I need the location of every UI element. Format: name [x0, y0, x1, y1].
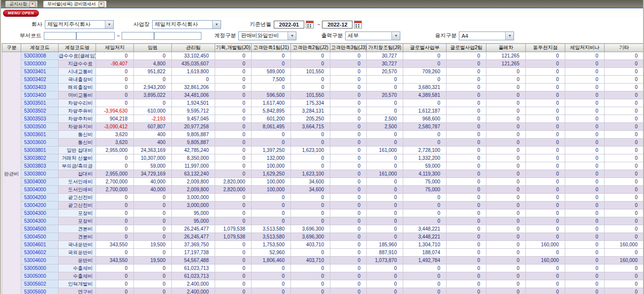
app-window: 공지사항 × 부서별(세목) 경비명세서 × MENU OPEN 회사 제일저지…: [0, 0, 644, 294]
expense-row[interactable]: 53004601국내운반비343,55019,50037,369,75001,7…: [2, 241, 644, 249]
period-to-input[interactable]: [322, 21, 353, 29]
column-header[interactable]: 제일저지: [96, 44, 134, 52]
expense-row[interactable]: 53004200광고선전비003,000,00000000000000: [2, 202, 644, 209]
account-name-cell: 포장비: [59, 217, 96, 225]
expense-row[interactable]: 53003402국내출장비00007,500000000000: [2, 76, 644, 84]
expense-row[interactable]: 53005600연구비002,400,00000000000000: [2, 288, 644, 294]
expense-row[interactable]: 53003601통신비3,6204009,805,88700000000000: [2, 131, 644, 139]
column-header[interactable]: 계정코드명: [59, 44, 96, 52]
dept-from-name-input[interactable]: [76, 32, 115, 40]
account-code-cell: 53003402: [21, 76, 59, 84]
account-class-select[interactable]: 판매비와일반비 ▼: [238, 31, 296, 40]
tab-notice[interactable]: 공지사항 ×: [5, 0, 38, 7]
company-select[interactable]: 제일저지주식회사 ▼: [45, 20, 114, 29]
expense-row[interactable]: 53003401시내교통비0951,8221,619,8000589,00010…: [2, 68, 644, 76]
value-cell: 0: [447, 194, 486, 202]
tab-expense-report[interactable]: 부서별(세목) 경비명세서 ×: [43, 0, 107, 7]
column-header[interactable]: 고객만족3팀(J3): [330, 44, 367, 52]
column-header[interactable]: 글로벌사업부: [403, 44, 447, 52]
column-header[interactable]: 동두천지점: [526, 44, 565, 52]
output-class-select[interactable]: 세부 ▼: [345, 31, 400, 40]
column-header[interactable]: 기획,개발팀(J0): [215, 44, 252, 52]
value-cell: 0: [367, 265, 403, 272]
expense-row[interactable]: 53003403해외출장비02,943,20032,861,206000003,…: [2, 84, 644, 91]
value-cell: 0: [215, 194, 252, 202]
filter-panel: 회사 제일저지주식회사 ▼ 사업장 제일저지주식회사 ▼ 기준년월 ~ 부서코드: [1, 18, 643, 43]
paper-class-select[interactable]: A4 ▼: [459, 31, 514, 40]
value-cell: 0: [486, 76, 526, 84]
calendar-icon[interactable]: [354, 21, 362, 29]
expense-row[interactable]: 53004500견본비0026,245,4771,079,5383,513,58…: [2, 225, 644, 233]
value-cell: 0: [447, 131, 486, 139]
expense-row[interactable]: 53004300포장비0095,00000000000000: [2, 217, 644, 225]
close-icon[interactable]: ×: [98, 1, 104, 7]
dept-to-code-input[interactable]: [122, 32, 154, 40]
expense-row[interactable]: 53003501차량수리비001,924,50101,617,400175,33…: [2, 99, 644, 107]
dept-from-code-input[interactable]: [44, 32, 76, 40]
value-cell: 0: [291, 76, 330, 84]
value-cell: 0: [447, 280, 486, 288]
calendar-icon[interactable]: [306, 21, 314, 29]
value-cell: 400: [134, 139, 172, 147]
value-cell: 0: [565, 52, 605, 60]
expense-row[interactable]: 53003400여비교통비03,895,02234,481,0060596,50…: [2, 91, 644, 99]
value-cell: 0: [565, 154, 605, 162]
expense-row[interactable]: 53003800접대비2,955,00034,729,16963,132,240…: [2, 170, 644, 178]
account-code-cell: 53003400: [21, 91, 59, 99]
expense-row[interactable]: 53003000지급수수료-90,4074,800435,035,6070000…: [2, 60, 644, 68]
expense-row[interactable]: 53004602국외운반비0017,197,738052,96000887,91…: [2, 249, 644, 257]
expense-row[interactable]: 53004600운반비343,55019,50054,567,48801,806…: [2, 257, 644, 265]
dept-to-name-input[interactable]: [154, 32, 201, 40]
value-cell: 3,696,300: [291, 225, 330, 233]
expense-row[interactable]: 53004000도서인쇄비2,700,00040,0002,009,8002,8…: [2, 178, 644, 186]
column-header[interactable]: 가치창조팀(J9): [367, 44, 403, 52]
column-header[interactable]: 구분: [2, 44, 21, 52]
column-header[interactable]: 관리팀: [172, 44, 215, 52]
expense-row[interactable]: 53005602인력개발비002,400,00000000000000: [2, 280, 644, 288]
close-icon[interactable]: ×: [30, 1, 35, 7]
value-cell: 0: [367, 154, 403, 162]
expense-row[interactable]: 53003801일반 접대비2,955,00024,363,16942,785,…: [2, 147, 644, 154]
account-code-cell: 53005602: [21, 280, 59, 288]
column-header[interactable]: 제일저지비나: [565, 44, 605, 52]
period-from-input[interactable]: [274, 21, 304, 29]
column-header[interactable]: 폴레차: [486, 44, 526, 52]
column-header[interactable]: 고객만족1팀(J1): [252, 44, 291, 52]
expense-row[interactable]: 53004000도서인쇄비2,700,00040,0002,009,8002,8…: [2, 186, 644, 194]
value-cell: 0: [215, 154, 252, 162]
column-header[interactable]: 임원: [134, 44, 172, 52]
value-cell: 5,842,895: [252, 107, 291, 115]
workplace-select[interactable]: 제일저지주식회사 ▼: [152, 20, 221, 29]
column-header[interactable]: 기타: [605, 44, 644, 52]
value-cell: 0: [215, 107, 252, 115]
expense-row[interactable]: 53004300포장비0095,00000000000000: [2, 209, 644, 217]
value-cell: 3,284,131: [291, 107, 330, 115]
expense-row[interactable]: 53005000수출제비0061,023,71300000000000: [2, 265, 644, 272]
column-header[interactable]: 고객만족2팀(J2): [291, 44, 330, 52]
value-cell: 20,570: [367, 68, 403, 76]
value-cell: 0: [291, 162, 330, 170]
value-cell: 1,612,187: [403, 107, 447, 115]
column-header[interactable]: 글로벌사업2팀: [447, 44, 486, 52]
expense-row[interactable]: 판관비53003008급수수료(클레임)0033,102,450000030,7…: [2, 52, 644, 60]
value-cell: 0: [447, 68, 486, 76]
account-code-cell: 53004600: [21, 257, 59, 265]
value-cell: 0: [215, 202, 252, 209]
value-cell: 0: [291, 154, 330, 162]
menu-open-button[interactable]: MENU OPEN: [3, 10, 39, 17]
expense-row[interactable]: 53004200광고선전비003,000,00000000000000: [2, 194, 644, 202]
expense-row[interactable]: 53003803부의금/축의금059,00011,997,0000100,000…: [2, 162, 644, 170]
value-cell: 0: [96, 202, 134, 209]
value-cell: 0: [330, 272, 367, 280]
expense-row[interactable]: 53005000수출제비0061,023,71300000000000: [2, 272, 644, 280]
expense-row[interactable]: 53004500견본비0026,245,4771,079,5383,513,58…: [2, 233, 644, 241]
expense-row[interactable]: 53003802거래처 선물비010,307,0008,350,0000132,…: [2, 154, 644, 162]
expense-row[interactable]: 53003500차량유지비-3,090,412607,80720,977,258…: [2, 123, 644, 131]
value-cell: 0: [330, 123, 367, 131]
value-cell: 0: [330, 91, 367, 99]
value-cell: 0: [605, 131, 644, 139]
column-header[interactable]: 계정코드: [21, 44, 59, 52]
expense-row[interactable]: 53003600통신비3,6204009,805,88700000000000: [2, 139, 644, 147]
expense-row[interactable]: 53003502차량주유비-3,994,630610,0009,595,7120…: [2, 107, 644, 115]
expense-row[interactable]: 53003503차량주차비904,218-2,1939,457,0450601,…: [2, 115, 644, 123]
